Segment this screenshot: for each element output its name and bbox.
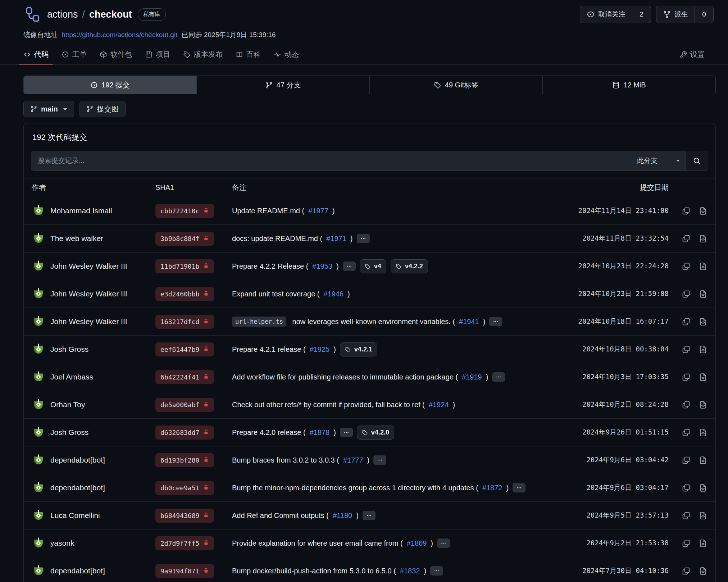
browse-code-at-commit-button[interactable] [699,206,707,215]
commit-graph-button[interactable]: 提交图 [79,101,126,117]
tab-activity[interactable]: 动态 [267,45,305,64]
browse-code-at-commit-button[interactable] [699,428,707,437]
issue-link[interactable]: #1941 [459,318,479,326]
browse-code-at-commit-button[interactable] [699,511,707,520]
expand-commit-button[interactable] [373,455,386,465]
issue-link[interactable]: #1924 [429,401,449,409]
release-tag-pill[interactable]: v4 [360,259,386,273]
browse-code-at-commit-button[interactable] [699,345,707,354]
commit-author-link[interactable]: The web walker [50,234,103,243]
commit-author-link[interactable]: Josh Gross [50,428,88,437]
copy-sha-button[interactable] [682,373,691,382]
issue-link[interactable]: #1953 [312,262,332,270]
search-commits-input[interactable] [31,151,631,170]
issue-link[interactable]: #1946 [323,290,343,298]
copy-sha-button[interactable] [682,317,691,326]
browse-code-at-commit-button[interactable] [699,483,707,492]
copy-sha-button[interactable] [682,511,691,520]
copy-sha-button[interactable] [682,428,691,437]
expand-commit-button[interactable] [343,262,356,271]
browse-code-at-commit-button[interactable] [699,290,707,299]
copy-sha-button[interactable] [682,345,691,354]
browse-code-at-commit-button[interactable] [699,373,707,382]
browse-code-at-commit-button[interactable] [699,567,707,576]
commit-author-link[interactable]: John Wesley Walker III [50,290,127,298]
expand-commit-button[interactable] [357,234,370,243]
fork-button[interactable]: 派生 [656,6,695,23]
commit-sha-link[interactable]: 163217dfcd [155,315,214,329]
commit-sha-link[interactable]: de5a000abf [155,398,214,412]
commit-author-link[interactable]: John Wesley Walker III [50,317,127,326]
release-tag-pill[interactable]: v4.2.1 [340,342,377,356]
search-scope-dropdown[interactable]: 此分支 [631,151,686,170]
commit-author-link[interactable]: Orhan Toy [50,400,85,409]
copy-sha-button[interactable] [682,567,691,576]
copy-sha-button[interactable] [682,483,691,492]
browse-code-at-commit-button[interactable] [699,234,707,243]
issue-link[interactable]: #1878 [310,428,330,437]
stat-tags[interactable]: 49 Git标签 [369,76,542,94]
commit-sha-link[interactable]: cbb722410c [155,204,214,218]
issue-link[interactable]: #1872 [482,484,502,492]
expand-commit-button[interactable] [430,566,443,576]
commit-author-link[interactable]: yasonk [50,539,74,547]
commit-sha-link[interactable]: 11bd71901b [155,259,214,273]
stat-commits[interactable]: 192 提交 [24,76,196,94]
tab-settings[interactable]: 设置 [673,45,711,64]
issue-link[interactable]: #1977 [308,207,328,215]
issue-link[interactable]: #1777 [343,456,363,464]
commit-sha-link[interactable]: 6d193bf280 [155,453,214,467]
forks-count[interactable]: 0 [695,6,713,23]
commit-author-link[interactable]: dependabot[bot] [50,456,105,464]
browse-code-at-commit-button[interactable] [699,317,707,326]
commit-sha-link[interactable]: d632683dd7 [155,426,214,440]
tab-wiki[interactable]: 百科 [229,45,267,64]
browse-code-at-commit-button[interactable] [699,400,707,409]
commit-sha-link[interactable]: e3d2460bbb [155,287,214,301]
branch-selector[interactable]: main [23,101,74,117]
commit-author-link[interactable]: Josh Gross [50,345,88,354]
expand-commit-button[interactable] [513,483,525,492]
expand-commit-button[interactable] [492,372,505,382]
tab-issues[interactable]: 工单 [55,45,93,64]
tab-code[interactable]: 代码 [17,45,55,64]
unwatch-button[interactable]: 取消关注 [580,6,632,23]
copy-sha-button[interactable] [682,539,691,548]
commit-author-link[interactable]: John Wesley Walker III [50,262,127,270]
stat-branches[interactable]: 47 分支 [196,76,369,94]
mirror-url-link[interactable]: https://github.com/actions/checkout.git [62,31,177,38]
commit-sha-link[interactable]: db0cee9a51 [155,481,214,495]
tab-releases[interactable]: 版本发布 [177,45,229,64]
commit-sha-link[interactable]: 3b9b8c884f [155,232,214,246]
issue-link[interactable]: #1832 [400,567,420,575]
issue-link[interactable]: #1180 [333,511,352,520]
expand-commit-button[interactable] [340,428,353,437]
copy-sha-button[interactable] [682,400,691,409]
commit-author-link[interactable]: Mohammad Ismail [50,206,112,215]
expand-commit-button[interactable] [363,511,376,520]
copy-sha-button[interactable] [682,206,691,215]
commit-sha-link[interactable]: 2d7d9f7ff5 [155,536,214,550]
issue-link[interactable]: #1925 [310,345,330,354]
search-button[interactable] [686,151,708,170]
browse-code-at-commit-button[interactable] [699,539,707,548]
breadcrumb-repo-link[interactable]: checkout [89,9,132,20]
commit-author-link[interactable]: Joel Ambass [50,373,93,381]
issue-link[interactable]: #1869 [407,539,427,547]
tab-packages[interactable]: 软件包 [93,45,138,64]
commit-sha-link[interactable]: eef61447b9 [155,342,214,356]
issue-link[interactable]: #1919 [462,373,482,381]
commit-sha-link[interactable]: 9a9194f871 [155,564,214,578]
copy-sha-button[interactable] [682,456,691,465]
copy-sha-button[interactable] [682,290,691,299]
expand-commit-button[interactable] [489,317,502,326]
release-tag-pill[interactable]: v4.2.2 [391,259,428,273]
commit-sha-link[interactable]: b684943689 [155,509,214,523]
stat-repo-size[interactable]: 12 MiB [542,76,715,94]
browse-code-at-commit-button[interactable] [699,456,707,465]
browse-code-at-commit-button[interactable] [699,262,707,271]
copy-sha-button[interactable] [682,234,691,243]
issue-link[interactable]: #1971 [326,235,346,243]
watchers-count[interactable]: 2 [632,6,651,23]
tab-projects[interactable]: 项目 [138,45,177,64]
